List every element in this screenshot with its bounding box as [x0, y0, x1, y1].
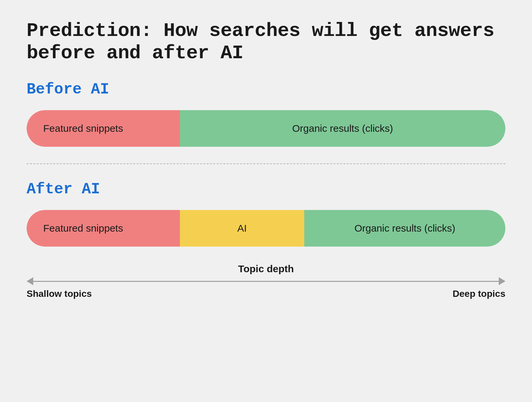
after-featured-snippets-label: Featured snippets: [43, 223, 123, 234]
before-featured-snippets-label: Featured snippets: [43, 123, 123, 134]
before-organic-results-label: Organic results (clicks): [292, 123, 393, 134]
before-ai-section: Before AI Featured snippets Organic resu…: [27, 81, 505, 147]
before-ai-label: Before AI: [27, 81, 505, 98]
arrow-right-icon: [499, 277, 505, 285]
axis-arrow-row: [27, 277, 505, 285]
after-ai-label: After AI: [27, 181, 505, 198]
after-ai-section: After AI Featured snippets AI Organic re…: [27, 181, 505, 247]
after-ai-segment: AI: [180, 210, 304, 247]
deep-topics-label: Deep topics: [453, 289, 505, 299]
after-ai-bar: Featured snippets AI Organic results (cl…: [27, 210, 505, 247]
axis-line: [33, 281, 499, 282]
arrow-left-icon: [27, 277, 33, 285]
page-title: Prediction: How searches will get answer…: [27, 20, 505, 64]
axis-endpoints: Shallow topics Deep topics: [27, 289, 505, 299]
before-organic-results-segment: Organic results (clicks): [180, 110, 505, 147]
section-divider: [27, 163, 505, 164]
shallow-topics-label: Shallow topics: [27, 289, 92, 299]
axis-label: Topic depth: [238, 263, 294, 275]
topic-depth-axis: Topic depth Shallow topics Deep topics: [27, 263, 505, 299]
before-ai-bar: Featured snippets Organic results (click…: [27, 110, 505, 147]
after-organic-results-label: Organic results (clicks): [354, 223, 455, 234]
before-featured-snippets-segment: Featured snippets: [27, 110, 180, 147]
after-organic-results-segment: Organic results (clicks): [304, 210, 505, 247]
after-ai-segment-label: AI: [237, 223, 247, 234]
after-featured-snippets-segment: Featured snippets: [27, 210, 180, 247]
